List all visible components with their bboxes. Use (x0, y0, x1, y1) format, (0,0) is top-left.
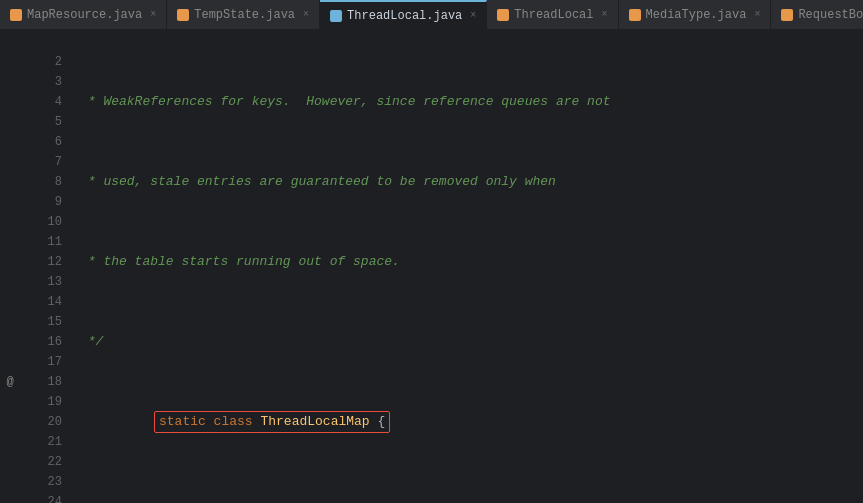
line-num-11: 11 (20, 232, 62, 252)
tab-icon-threadlocal-active (330, 10, 342, 22)
tab-tempstate[interactable]: TempState.java × (167, 0, 320, 30)
line-num-18: 18 (20, 372, 62, 392)
tab-close-mediatype[interactable]: × (754, 9, 760, 20)
line-num-21: 21 (20, 432, 62, 452)
tab-label-threadlocal2: ThreadLocal (514, 8, 593, 22)
line-num-13: 13 (20, 272, 62, 292)
tab-close-threadlocal2[interactable]: × (602, 9, 608, 20)
line-num-16: 16 (20, 332, 62, 352)
code-text-2: * used, stale entries are guaranteed to … (80, 172, 556, 192)
tab-close-tempstate[interactable]: × (303, 9, 309, 20)
tab-threadlocal-active[interactable]: ThreadLocal.java × (320, 0, 487, 30)
tab-threadlocal2[interactable]: ThreadLocal × (487, 0, 618, 30)
line-num-2: 2 (20, 52, 62, 72)
code-text-1: * WeakReferences for keys. However, sinc… (80, 92, 611, 112)
line-num-7: 7 (20, 152, 62, 172)
tab-icon-requestbody (781, 9, 793, 21)
line-num-10: 10 (20, 212, 62, 232)
tab-icon-threadlocal2 (497, 9, 509, 21)
line-num-9: 9 (20, 192, 62, 212)
line-num-24: 24 (20, 492, 62, 503)
ide-window: MapResource.java × TempState.java × Thre… (0, 0, 863, 503)
code-text-6 (80, 492, 88, 503)
line-num-12: 12 (20, 252, 62, 272)
at-marker: @ (0, 372, 20, 392)
tab-label-tempstate: TempState.java (194, 8, 295, 22)
code-line-4: */ (80, 332, 863, 352)
line-num-5: 5 (20, 112, 62, 132)
code-text-5: static class ThreadLocalMap { (80, 391, 390, 453)
line-num-1 (20, 32, 62, 52)
line-num-20: 20 (20, 412, 62, 432)
tab-icon-mediatype (629, 9, 641, 21)
tab-label-threadlocal-active: ThreadLocal.java (347, 9, 462, 23)
tab-mapresource[interactable]: MapResource.java × (0, 0, 167, 30)
code-editor[interactable]: * WeakReferences for keys. However, sinc… (70, 30, 863, 503)
tab-close-mapresource[interactable]: × (150, 9, 156, 20)
line-num-17: 17 (20, 352, 62, 372)
tab-requestbody[interactable]: RequestBody.java × (771, 0, 863, 30)
code-line-5: static class ThreadLocalMap { (80, 412, 863, 432)
tab-label-requestbody: RequestBody.java (798, 8, 863, 22)
line-num-14: 14 (20, 292, 62, 312)
tab-mediatype[interactable]: MediaType.java × (619, 0, 772, 30)
code-line-6 (80, 492, 863, 503)
left-margin: @ (0, 30, 20, 503)
line-num-4: 4 (20, 92, 62, 112)
tab-icon-mapresource (10, 9, 22, 21)
editor-area: @ 2 3 4 5 6 7 8 9 10 11 12 13 14 15 16 1… (0, 30, 863, 503)
line-num-22: 22 (20, 452, 62, 472)
highlighted-declaration: static class ThreadLocalMap { (154, 411, 390, 433)
code-line-3: * the table starts running out of space. (80, 252, 863, 272)
code-line-2: * used, stale entries are guaranteed to … (80, 172, 863, 192)
tab-label-mapresource: MapResource.java (27, 8, 142, 22)
line-num-23: 23 (20, 472, 62, 492)
tab-icon-tempstate (177, 9, 189, 21)
line-num-3: 3 (20, 72, 62, 92)
line-num-15: 15 (20, 312, 62, 332)
code-text-3: * the table starts running out of space. (80, 252, 400, 272)
line-numbers: 2 3 4 5 6 7 8 9 10 11 12 13 14 15 16 17 … (20, 30, 70, 503)
tab-close-threadlocal[interactable]: × (470, 10, 476, 21)
tab-bar: MapResource.java × TempState.java × Thre… (0, 0, 863, 30)
line-num-6: 6 (20, 132, 62, 152)
line-num-8: 8 (20, 172, 62, 192)
code-line-1: * WeakReferences for keys. However, sinc… (80, 92, 863, 112)
code-text-4: */ (80, 332, 103, 352)
line-num-19: 19 (20, 392, 62, 412)
tab-label-mediatype: MediaType.java (646, 8, 747, 22)
